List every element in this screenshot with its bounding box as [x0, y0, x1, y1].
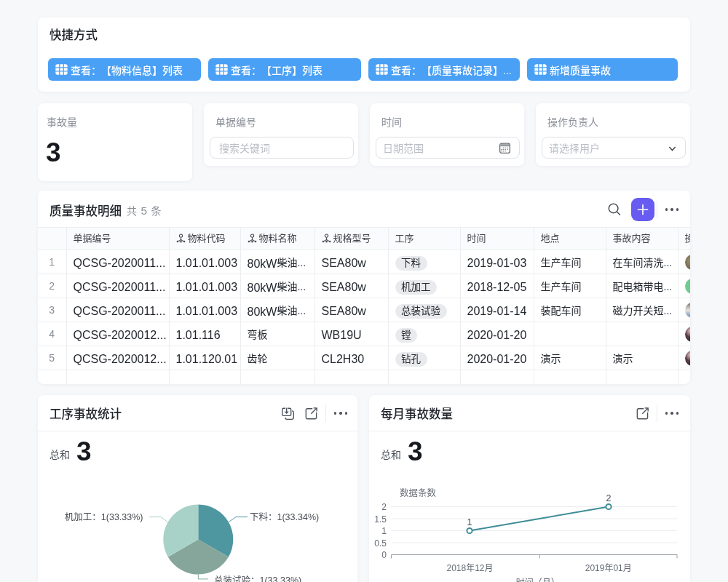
svg-text:0: 0: [381, 550, 387, 560]
svg-text:2018年12月: 2018年12月: [446, 563, 493, 573]
svg-text:总装试验：1(33.33%): 总装试验：1(33.33%): [214, 575, 301, 582]
svg-text:数据条数: 数据条数: [400, 487, 437, 498]
svg-text:2: 2: [606, 493, 612, 503]
svg-text:2: 2: [381, 502, 387, 512]
svg-text:1: 1: [467, 517, 472, 527]
svg-text:机加工：1(33.33%): 机加工：1(33.33%): [65, 512, 143, 522]
svg-text:0.5: 0.5: [374, 538, 387, 549]
svg-text:2019年01月: 2019年01月: [585, 563, 632, 573]
svg-text:1: 1: [381, 526, 387, 536]
svg-text:下料：1(33.34%): 下料：1(33.34%): [250, 512, 319, 522]
svg-text:1.5: 1.5: [374, 514, 387, 525]
svg-text:时间（月）: 时间（月）: [516, 578, 560, 582]
